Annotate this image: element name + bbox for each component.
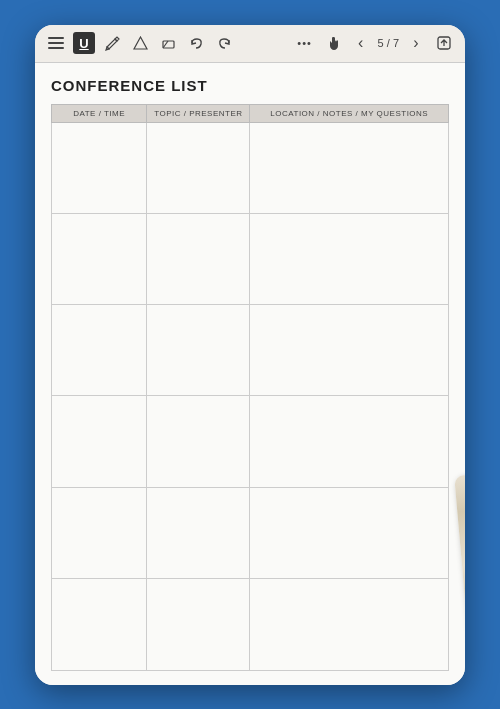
menu-icon[interactable] bbox=[45, 32, 67, 54]
cell-location-5 bbox=[250, 487, 449, 578]
header-date: DATE / TIME bbox=[52, 104, 147, 122]
svg-rect-0 bbox=[48, 37, 64, 39]
cell-topic-5 bbox=[147, 487, 250, 578]
cell-location-3 bbox=[250, 305, 449, 396]
table-row bbox=[52, 122, 449, 213]
pencil-icon[interactable] bbox=[101, 32, 123, 54]
cell-topic-1 bbox=[147, 122, 250, 213]
cell-topic-6 bbox=[147, 579, 250, 670]
conference-table: DATE / TIME TOPIC / PRESENTER LOCATION /… bbox=[51, 104, 449, 671]
hand-icon[interactable] bbox=[322, 32, 344, 54]
eraser-icon[interactable] bbox=[157, 32, 179, 54]
cell-date-6 bbox=[52, 579, 147, 670]
header-topic: TOPIC / PRESENTER bbox=[147, 104, 250, 122]
undo-icon[interactable] bbox=[185, 32, 207, 54]
next-page-icon[interactable]: › bbox=[405, 32, 427, 54]
cell-topic-4 bbox=[147, 396, 250, 487]
cell-location-6 bbox=[250, 579, 449, 670]
svg-rect-1 bbox=[48, 42, 64, 44]
table-row bbox=[52, 579, 449, 670]
cell-location-2 bbox=[250, 213, 449, 304]
toolbar-left: U bbox=[45, 32, 235, 54]
cell-location-1 bbox=[250, 122, 449, 213]
table-row bbox=[52, 487, 449, 578]
cell-topic-3 bbox=[147, 305, 250, 396]
cell-date-3 bbox=[52, 305, 147, 396]
cell-date-4 bbox=[52, 396, 147, 487]
table-row bbox=[52, 396, 449, 487]
page-content: CONFERENCE LIST DATE / TIME TOPIC / PRES… bbox=[35, 63, 465, 685]
table-row bbox=[52, 213, 449, 304]
export-icon[interactable] bbox=[433, 32, 455, 54]
redo-icon[interactable] bbox=[213, 32, 235, 54]
toolbar: U bbox=[35, 25, 465, 63]
cell-location-4 bbox=[250, 396, 449, 487]
svg-rect-2 bbox=[48, 47, 64, 49]
cell-date-2 bbox=[52, 213, 147, 304]
more-icon[interactable]: ••• bbox=[294, 32, 316, 54]
table-row bbox=[52, 305, 449, 396]
prev-page-icon[interactable]: ‹ bbox=[350, 32, 372, 54]
page-nav: 5 / 7 bbox=[378, 37, 399, 49]
cell-date-1 bbox=[52, 122, 147, 213]
svg-rect-4 bbox=[163, 41, 174, 48]
page-label: 5 / 7 bbox=[378, 37, 399, 49]
header-location: LOCATION / NOTES / MY QUESTIONS bbox=[250, 104, 449, 122]
cell-topic-2 bbox=[147, 213, 250, 304]
underline-icon[interactable]: U bbox=[73, 32, 95, 54]
shape-icon[interactable] bbox=[129, 32, 151, 54]
cell-date-5 bbox=[52, 487, 147, 578]
page-title: CONFERENCE LIST bbox=[51, 77, 449, 94]
device-frame: U bbox=[35, 25, 465, 685]
svg-marker-3 bbox=[134, 37, 147, 49]
toolbar-right: ••• ‹ 5 / 7 › bbox=[294, 32, 455, 54]
